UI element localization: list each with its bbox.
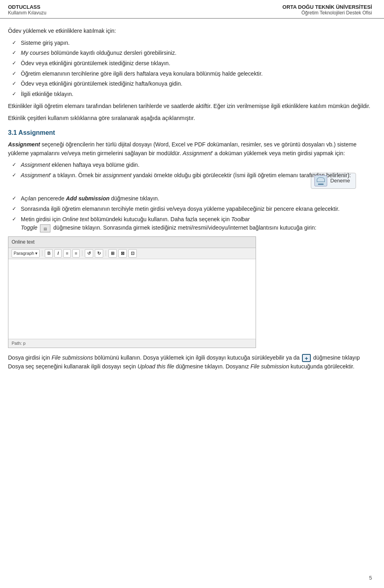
editor-path: Path: p <box>8 339 256 348</box>
header-left: ODTUCLASS Kullanım Kılavuzu <box>8 4 46 16</box>
para-types: Etkinlik çeşitleri kullanım sıklıklarına… <box>8 114 372 123</box>
list-item: Sisteme giriş yapın. <box>12 39 372 48</box>
para-activities: Etkinlikler ilgili öğretim elemanı taraf… <box>8 102 372 111</box>
intro-heading: Ödev yüklemek ve etkinliklere katılmak i… <box>8 27 372 36</box>
assignment-bullets: Assignment eklenen haftaya veya bölüme g… <box>8 161 372 232</box>
list-item: My courses bölümünde kayıtlı olduğunuz d… <box>12 49 372 58</box>
add-button-icon: + <box>302 354 311 362</box>
app-name: ODTUCLASS <box>8 4 46 10</box>
list-item: Ödev veya etkinliğini görüntülemek isted… <box>12 59 372 68</box>
list-item: Sonrasında ilgili öğretim elemanının ter… <box>12 205 372 214</box>
list-item: Metin girdisi için Online text bölümünde… <box>12 215 372 232</box>
link-btn[interactable]: ⊡ <box>128 249 137 258</box>
list-item: Açılan pencerede Add submission düğmesin… <box>12 194 372 203</box>
list-item: Ödev veya etkinliğini görüntülemek isted… <box>12 80 372 88</box>
list-btn-2[interactable]: ≡ <box>72 249 80 258</box>
bold-btn[interactable]: B <box>45 249 53 258</box>
header-right: ORTA DOĞU TEKNİK ÜNİVERSİTESİ Öğretim Te… <box>282 4 372 16</box>
redo-btn[interactable]: ↻ <box>95 249 103 258</box>
page: ODTUCLASS Kullanım Kılavuzu ORTA DOĞU TE… <box>0 0 384 588</box>
online-text-screenshot: Online text Paragraph ▾ B I ≡ ≡ ↺ ↻ ⊞ ⊠ … <box>8 236 256 348</box>
list-btn-1[interactable]: ≡ <box>63 249 70 258</box>
toolbar-toggle-icon: ▤ <box>40 224 50 232</box>
editor-toolbar: Paragraph ▾ B I ≡ ≡ ↺ ↻ ⊞ ⊠ ⊡ <box>8 248 256 259</box>
editor-body[interactable] <box>8 259 256 339</box>
page-footer: 5 <box>369 575 372 581</box>
list-item: İlgili etkinliğe tıklayın. <box>12 90 372 99</box>
intro-bullets: Sisteme giriş yapın. My courses bölümünd… <box>8 39 372 99</box>
paragraph-select: Paragraph ▾ <box>12 249 40 258</box>
list-item: Assignment' a tıklayın. Örnek bir assign… <box>12 171 372 193</box>
img-btn[interactable]: ⊞ <box>108 249 117 258</box>
file-submission-para: Dosya girdisi için File submissions bölü… <box>8 354 372 371</box>
header: ODTUCLASS Kullanım Kılavuzu ORTA DOĞU TE… <box>0 0 384 19</box>
online-text-title: Online text <box>8 237 256 248</box>
undo-btn[interactable]: ↺ <box>85 249 93 258</box>
page-number: 5 <box>369 575 372 581</box>
section-heading-assignment: 3.1 Assignment <box>8 128 372 138</box>
university-sub: Öğretim Teknolojileri Destek Ofisi <box>282 10 372 16</box>
media-btn[interactable]: ⊠ <box>118 249 127 258</box>
list-item: Öğretim elemanının tercihlerine göre ilg… <box>12 70 372 78</box>
list-item: Assignment eklenen haftaya veya bölüme g… <box>12 161 372 170</box>
main-content: Ödev yüklemek ve etkinliklere katılmak i… <box>0 19 384 398</box>
app-subtitle: Kullanım Kılavuzu <box>8 10 46 16</box>
italic-btn[interactable]: I <box>54 249 62 258</box>
assignment-intro-para: Assignment seçeneği öğrencilerin her tür… <box>8 140 372 158</box>
university-name: ORTA DOĞU TEKNİK ÜNİVERSİTESİ <box>282 4 372 10</box>
